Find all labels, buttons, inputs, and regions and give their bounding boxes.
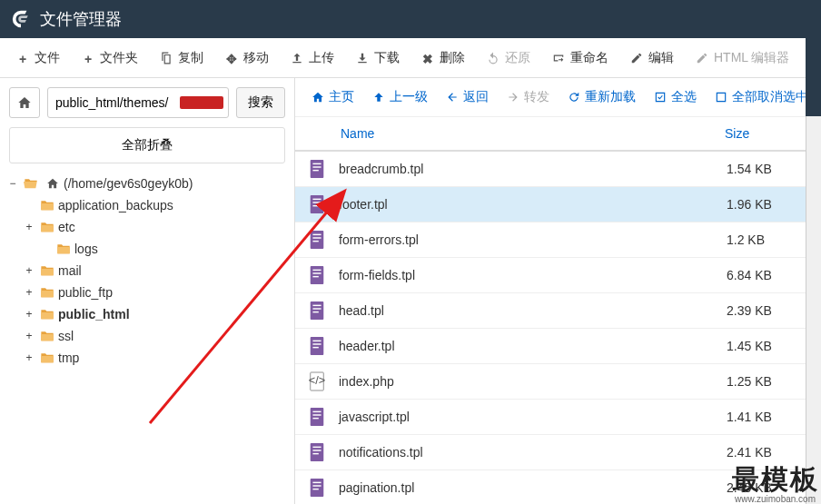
expand-icon[interactable]: + [22, 286, 36, 299]
file-name: pagination.tpl [339, 480, 727, 495]
tree-item-label: tmp [58, 351, 79, 365]
edit-button[interactable]: 编辑 [621, 44, 683, 72]
svg-rect-31 [312, 447, 321, 448]
tree-item-label: ssl [58, 329, 74, 343]
expand-icon[interactable]: + [22, 351, 36, 364]
toolbar-label: 移动 [243, 50, 269, 66]
svg-rect-6 [312, 202, 321, 203]
vertical-scrollbar[interactable] [806, 38, 821, 504]
tree-item-logs[interactable]: logs [5, 238, 289, 260]
svg-rect-16 [311, 301, 324, 320]
svg-rect-11 [312, 241, 318, 242]
file-row[interactable]: head.tpl2.39 KB [295, 293, 821, 329]
tree-item-etc[interactable]: +etc [5, 216, 289, 238]
svg-rect-8 [311, 231, 324, 249]
svg-rect-14 [312, 272, 321, 273]
column-name[interactable]: Name [341, 126, 725, 141]
svg-rect-20 [311, 337, 324, 355]
toolbar-label: 编辑 [648, 50, 674, 66]
expand-icon[interactable]: + [22, 221, 36, 233]
watermark: 最模板 [732, 461, 819, 499]
expand-icon[interactable]: + [22, 330, 36, 342]
svg-rect-30 [311, 443, 324, 461]
cpanel-logo-icon [11, 9, 31, 29]
deselect-all-button[interactable]: 全部取消选中 [707, 85, 816, 109]
svg-rect-35 [312, 482, 321, 483]
scroll-thumb[interactable] [806, 38, 821, 116]
file-row[interactable]: form-errors.tpl1.2 KB [295, 222, 821, 258]
svg-rect-29 [312, 418, 318, 419]
toolbar-label: 删除 [440, 50, 465, 66]
rt-label: 主页 [329, 89, 354, 105]
tree-item-public_html[interactable]: +public_html [5, 303, 289, 325]
select-all-button[interactable]: 全选 [647, 85, 704, 109]
delete-button[interactable]: ✖删除 [412, 44, 474, 72]
download-button[interactable]: 下载 [347, 44, 409, 72]
tree-root[interactable]: −(/home/gev6s0geyk0b) [5, 173, 289, 194]
tree-item-application_backups[interactable]: application_backups [5, 194, 289, 216]
file-row[interactable]: header.tpl1.45 KB [295, 329, 821, 364]
svg-rect-19 [312, 311, 318, 312]
upload-button[interactable]: 上传 [282, 44, 343, 72]
file-size: 1.54 KB [727, 162, 808, 176]
expand-icon[interactable]: + [22, 308, 36, 321]
file-name: notifications.tpl [339, 445, 727, 460]
svg-rect-0 [311, 160, 324, 178]
svg-rect-18 [312, 308, 321, 309]
svg-rect-13 [312, 270, 321, 271]
expand-icon[interactable]: + [22, 264, 36, 277]
tree-item-public_ftp[interactable]: +public_ftp [5, 282, 289, 303]
rt-label: 转发 [524, 89, 549, 105]
rename-button[interactable]: 重命名 [543, 44, 618, 72]
search-button[interactable]: 搜索 [236, 87, 285, 118]
svg-rect-7 [312, 205, 318, 206]
file-row[interactable]: javascript.tpl1.41 KB [295, 400, 821, 435]
move-button[interactable]: ✥移动 [216, 44, 278, 72]
home-button[interactable]: 主页 [304, 85, 361, 109]
collapse-icon[interactable]: − [5, 177, 20, 190]
redacted-text [180, 96, 223, 109]
reload-button[interactable]: 重新加载 [560, 85, 643, 109]
toolbar-label: 文件 [35, 50, 60, 66]
svg-rect-26 [311, 408, 324, 426]
tree-item-mail[interactable]: +mail [5, 260, 289, 282]
file-name: header.tpl [339, 339, 727, 353]
file-row[interactable]: </>index.php1.25 KB [295, 364, 821, 400]
svg-rect-4 [311, 195, 324, 213]
html-editor-button[interactable]: HTML 编辑器 [687, 44, 798, 72]
svg-text:</>: </> [309, 373, 325, 387]
home-icon-button[interactable] [9, 87, 40, 118]
tree-item-label: etc [58, 220, 75, 234]
tree-item-tmp[interactable]: +tmp [5, 347, 289, 369]
restore-button[interactable]: 还原 [478, 44, 539, 72]
file-row[interactable]: form-fields.tpl6.84 KB [295, 258, 821, 293]
file-name: footer.tpl [339, 197, 727, 212]
svg-rect-36 [312, 485, 321, 486]
table-header: Name Size [295, 117, 821, 152]
watermark-url: www.zuimoban.com [735, 494, 816, 504]
toolbar-label: 上传 [309, 50, 334, 66]
file-button[interactable]: +文件 [7, 44, 69, 72]
file-size: 1.2 KB [727, 232, 808, 247]
file-size: 6.84 KB [727, 268, 808, 282]
file-row[interactable]: breadcrumb.tpl1.54 KB [295, 152, 821, 187]
column-size[interactable]: Size [725, 126, 806, 141]
file-size: 1.45 KB [727, 339, 808, 353]
back-button[interactable]: 返回 [439, 85, 496, 109]
up-button[interactable]: 上一级 [365, 85, 435, 109]
svg-rect-2 [312, 166, 321, 167]
file-row[interactable]: footer.tpl1.96 KB [295, 187, 821, 222]
folder-button[interactable]: +文件夹 [73, 44, 147, 72]
tree-item-label: application_backups [58, 198, 173, 212]
svg-rect-1 [312, 163, 321, 164]
rt-label: 返回 [463, 89, 489, 105]
toolbar-label: 文件夹 [100, 50, 138, 66]
forward-button[interactable]: 转发 [500, 85, 557, 109]
path-bar: 搜索 [0, 78, 294, 127]
svg-rect-5 [312, 199, 321, 200]
copy-button[interactable]: 复制 [151, 44, 213, 72]
svg-rect-27 [312, 411, 321, 412]
svg-rect-17 [312, 305, 321, 306]
collapse-all-button[interactable]: 全部折叠 [9, 127, 285, 163]
tree-item-ssl[interactable]: +ssl [5, 325, 289, 347]
